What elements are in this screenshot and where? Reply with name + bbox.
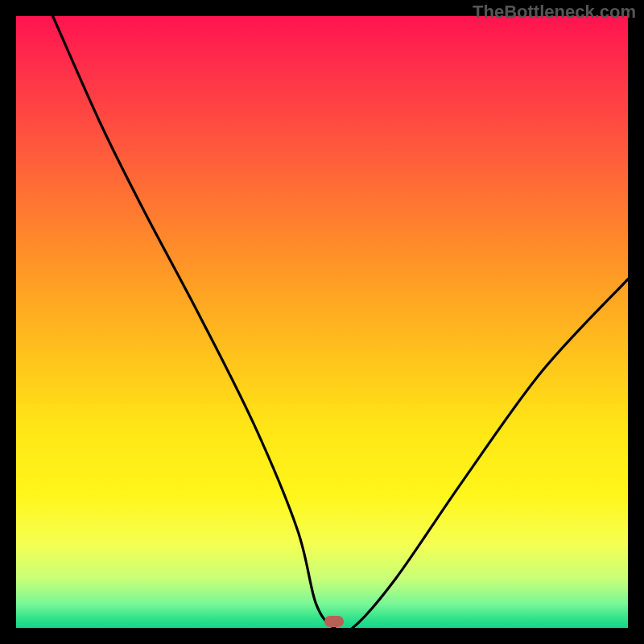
watermark-text: TheBottleneck.com [473, 2, 636, 23]
optimal-point-marker [324, 616, 344, 627]
bottleneck-curve [16, 16, 628, 628]
chart-container: TheBottleneck.com [0, 0, 644, 644]
plot-area [16, 16, 628, 628]
